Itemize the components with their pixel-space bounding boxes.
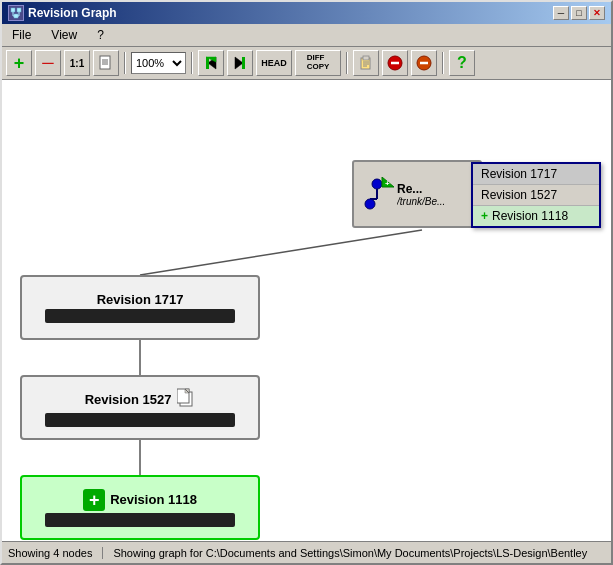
diff-label: DIFFCOPY (307, 54, 330, 72)
menu-file[interactable]: File (6, 26, 37, 44)
separator-1 (124, 52, 126, 74)
svg-point-31 (365, 199, 375, 209)
separator-4 (442, 52, 444, 74)
svg-rect-0 (11, 8, 15, 12)
svg-line-25 (140, 230, 422, 275)
svg-rect-15 (242, 57, 245, 69)
head-button[interactable]: HEAD (256, 50, 292, 76)
svg-rect-17 (363, 56, 369, 60)
window-title: Revision Graph (28, 6, 117, 20)
popup-item-1118[interactable]: + Revision 1118 (473, 206, 599, 226)
nav-back-button[interactable] (198, 50, 224, 76)
maximize-button[interactable]: □ (571, 6, 587, 20)
revision-1118-title: Revision 1118 (110, 492, 197, 507)
top-node-label: Re... (397, 182, 477, 196)
menu-view[interactable]: View (45, 26, 83, 44)
stop-red-button[interactable] (382, 50, 408, 76)
page-button[interactable] (93, 50, 119, 76)
revision-1527-node[interactable]: Revision 1527 (20, 375, 260, 440)
stop-orange-button[interactable] (411, 50, 437, 76)
path-status: Showing graph for C:\Documents and Setti… (113, 547, 587, 559)
close-button[interactable]: ✕ (589, 6, 605, 20)
menu-help[interactable]: ? (91, 26, 110, 44)
top-node-sublabel: /trunk/Be... (397, 196, 477, 207)
menu-bar: File View ? (2, 24, 611, 47)
head-label: HEAD (261, 58, 287, 68)
add-button[interactable]: + (6, 50, 32, 76)
ratio-button[interactable]: 1:1 (64, 50, 90, 76)
separator-2 (191, 52, 193, 74)
diff-copy-button[interactable]: DIFFCOPY (295, 50, 341, 76)
revision-1527-row: Revision 1527 (85, 388, 196, 411)
remove-button[interactable]: ─ (35, 50, 61, 76)
title-bar-left: Revision Graph (8, 5, 117, 21)
help-button[interactable]: ? (449, 50, 475, 76)
context-popup: Revision 1717 Revision 1527 + Revision 1… (471, 162, 601, 228)
revision-1118-node[interactable]: + Revision 1118 (20, 475, 260, 540)
svg-marker-14 (235, 57, 243, 69)
nav-forward-button[interactable] (227, 50, 253, 76)
toolbar: + ─ 1:1 100% 75% 50% 150% 200% (2, 47, 611, 80)
title-bar: Revision Graph ─ □ ✕ (2, 2, 611, 24)
copy-icon (177, 388, 195, 411)
popup-item-1118-label: Revision 1118 (492, 209, 568, 223)
revision-1118-row: + Revision 1118 (83, 489, 197, 511)
main-window: Revision Graph ─ □ ✕ File View ? + ─ 1:1 (0, 0, 613, 565)
canvas-area: + Re... /trunk/Be... Revision 1717 Revis… (2, 80, 611, 541)
nodes-status: Showing 4 nodes (8, 547, 103, 559)
svg-text:+: + (385, 179, 390, 188)
app-icon (8, 5, 24, 21)
revision-1118-subtitle (45, 513, 235, 527)
svg-point-28 (372, 179, 382, 189)
svg-rect-12 (206, 57, 209, 69)
plus-icon: + (83, 489, 105, 511)
revision-1527-title: Revision 1527 (85, 392, 172, 407)
popup-plus-icon: + (481, 209, 488, 223)
minimize-button[interactable]: ─ (553, 6, 569, 20)
svg-rect-1 (17, 8, 21, 12)
zoom-select[interactable]: 100% 75% 50% 150% 200% (131, 52, 186, 74)
title-buttons: ─ □ ✕ (553, 6, 605, 20)
revision-1717-title: Revision 1717 (97, 292, 184, 307)
revision-1717-node[interactable]: Revision 1717 (20, 275, 260, 340)
status-bar: Showing 4 nodes Showing graph for C:\Doc… (2, 541, 611, 563)
revision-1717-subtitle (45, 309, 235, 323)
separator-3 (346, 52, 348, 74)
branch-icon: + (360, 177, 394, 211)
popup-item-1527[interactable]: Revision 1527 (473, 185, 599, 206)
clipboard-button[interactable] (353, 50, 379, 76)
popup-item-1717[interactable]: Revision 1717 (473, 164, 599, 185)
revision-1527-subtitle (45, 413, 235, 427)
current-node[interactable]: + Re... /trunk/Be... (352, 160, 482, 228)
